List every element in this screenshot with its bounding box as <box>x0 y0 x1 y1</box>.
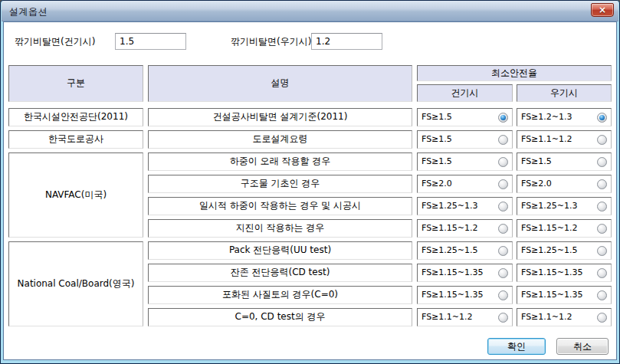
fs-wet-value: FS≥1.15~1.35 <box>521 290 583 300</box>
fs-wet-cell: FS≥1.25~1.3 <box>517 197 612 215</box>
desc-cell: C=0, CD test의 경우 <box>148 308 412 326</box>
fs-wet-value: FS≥1.15~1.2 <box>521 224 578 233</box>
fs-dry-value: FS≥1.25~1.3 <box>422 202 478 211</box>
radio-dry-8[interactable] <box>498 290 508 300</box>
ok-button[interactable]: 확인 <box>487 338 546 355</box>
fs-wet-cell: FS≥1.15~1.35 <box>517 264 612 282</box>
fs-wet-cell: FS≥1.5 <box>517 152 612 171</box>
fs-dry-cell: FS≥1.5 <box>417 130 513 149</box>
fs-dry-value: FS≥1.5 <box>422 135 452 144</box>
fs-dry-cell: FS≥2.0 <box>417 175 513 193</box>
fs-wet-value: FS≥1.25~1.3 <box>521 202 578 211</box>
radio-wet-8[interactable] <box>597 290 607 300</box>
desc-cell: 지진이 작용하는 경우 <box>148 219 412 238</box>
fs-wet-value: FS≥1.25~1.5 <box>521 246 578 255</box>
fs-wet-value: FS≥1.15~1.35 <box>521 268 583 277</box>
radio-wet-2[interactable] <box>597 157 607 167</box>
fs-dry-value: FS≥2.0 <box>422 179 452 189</box>
radio-dry-4[interactable] <box>498 202 508 212</box>
group-cell-kec: 한국도로공사 <box>8 130 143 149</box>
fs-wet-cell: FS≥1.25~1.5 <box>517 241 612 260</box>
desc-cell: Pack 전단응력(UU test) <box>148 241 412 260</box>
group-cell-ncb: National Coal/Board(영국) <box>8 241 143 326</box>
dialog-window: 설계옵션 × 깎기비탈면(건기시) 깎기비탈면(우기시) 구분 설명 최소안전율… <box>0 0 620 364</box>
fs-wet-cell: FS≥1.2~1.3 <box>517 108 612 126</box>
col-header-category: 구분 <box>8 65 143 102</box>
fs-dry-cell: FS≥1.5 <box>417 152 513 171</box>
fs-wet-cell: FS≥1.1~1.2 <box>517 130 612 149</box>
desc-cell: 도로설계요령 <box>148 130 412 149</box>
fs-wet-cell: FS≥2.0 <box>517 175 612 193</box>
dry-slope-input[interactable] <box>115 33 186 50</box>
group-cell-navfac: NAVFAC(미국) <box>8 152 143 238</box>
fs-wet-cell: FS≥1.15~1.35 <box>517 286 612 304</box>
fs-dry-value: FS≥1.5 <box>422 113 452 122</box>
fs-dry-cell: FS≥1.15~1.2 <box>417 219 513 238</box>
fs-dry-value: FS≥1.5 <box>422 157 452 166</box>
fs-wet-value: FS≥1.1~1.2 <box>521 135 572 144</box>
fs-dry-cell: FS≥1.1~1.2 <box>417 308 513 326</box>
radio-wet-1[interactable] <box>597 135 607 145</box>
fs-dry-value: FS≥1.1~1.2 <box>422 313 473 322</box>
radio-dry-1[interactable] <box>498 135 508 145</box>
close-icon: × <box>599 5 606 15</box>
fs-dry-cell: FS≥1.25~1.5 <box>417 241 513 260</box>
radio-wet-9[interactable] <box>597 313 607 323</box>
fs-dry-value: FS≥1.15~1.35 <box>422 290 484 300</box>
group-cell-kisc: 한국시설안전공단(2011) <box>8 108 143 126</box>
radio-dry-6[interactable] <box>498 246 508 256</box>
fs-dry-cell: FS≥1.25~1.3 <box>417 197 513 215</box>
fs-wet-value: FS≥2.0 <box>521 179 552 189</box>
col-header-dry: 건기시 <box>417 84 513 102</box>
fs-dry-cell: FS≥1.15~1.35 <box>417 264 513 282</box>
fs-wet-value: FS≥1.1~1.2 <box>521 313 572 322</box>
radio-dry-7[interactable] <box>498 268 508 278</box>
desc-cell: 일시적 하중이 작용하는 경우 및 시공시 <box>148 197 412 215</box>
window-title: 설계옵션 <box>9 5 48 18</box>
wet-slope-input[interactable] <box>311 33 382 50</box>
close-button[interactable]: × <box>591 3 614 17</box>
desc-cell: 건설공사비탈면 설계기준(2011) <box>148 108 412 126</box>
radio-dry-5[interactable] <box>498 224 508 234</box>
radio-dry-2[interactable] <box>498 157 508 167</box>
fs-wet-cell: FS≥1.15~1.2 <box>517 219 612 238</box>
fs-wet-value: FS≥1.2~1.3 <box>521 113 572 122</box>
radio-wet-3[interactable] <box>597 179 607 189</box>
radio-wet-0[interactable] <box>597 113 607 123</box>
col-header-min-safety: 최소안전율 <box>417 65 612 81</box>
radio-dry-9[interactable] <box>498 313 508 323</box>
fs-dry-value: FS≥1.15~1.2 <box>422 224 478 233</box>
desc-cell: 포화된 사질토의 경우(C=0) <box>148 286 412 304</box>
desc-cell: 하중이 오래 작용할 경우 <box>148 152 412 171</box>
fs-dry-cell: FS≥1.5 <box>417 108 513 126</box>
fs-wet-value: FS≥1.5 <box>521 157 552 166</box>
dry-slope-label: 깎기비탈면(건기시) <box>15 33 95 50</box>
radio-wet-6[interactable] <box>597 246 607 256</box>
col-header-description: 설명 <box>148 65 412 102</box>
desc-cell: 구조물 기초인 경우 <box>148 175 412 193</box>
fs-dry-value: FS≥1.25~1.5 <box>422 246 478 255</box>
radio-wet-5[interactable] <box>597 224 607 234</box>
desc-cell: 잔존 전단응력(CD test) <box>148 264 412 282</box>
cancel-button[interactable]: 취소 <box>556 338 609 355</box>
radio-dry-3[interactable] <box>498 179 508 189</box>
fs-dry-cell: FS≥1.15~1.35 <box>417 286 513 304</box>
radio-dry-0[interactable] <box>498 113 508 123</box>
col-header-wet: 우기시 <box>517 84 612 102</box>
fs-dry-value: FS≥1.15~1.35 <box>422 268 484 277</box>
wet-slope-label: 깎기비탈면(우기시) <box>231 33 311 50</box>
radio-wet-4[interactable] <box>597 202 607 212</box>
radio-wet-7[interactable] <box>597 268 607 278</box>
fs-wet-cell: FS≥1.1~1.2 <box>517 308 612 326</box>
title-bar: 설계옵션 <box>2 1 618 21</box>
